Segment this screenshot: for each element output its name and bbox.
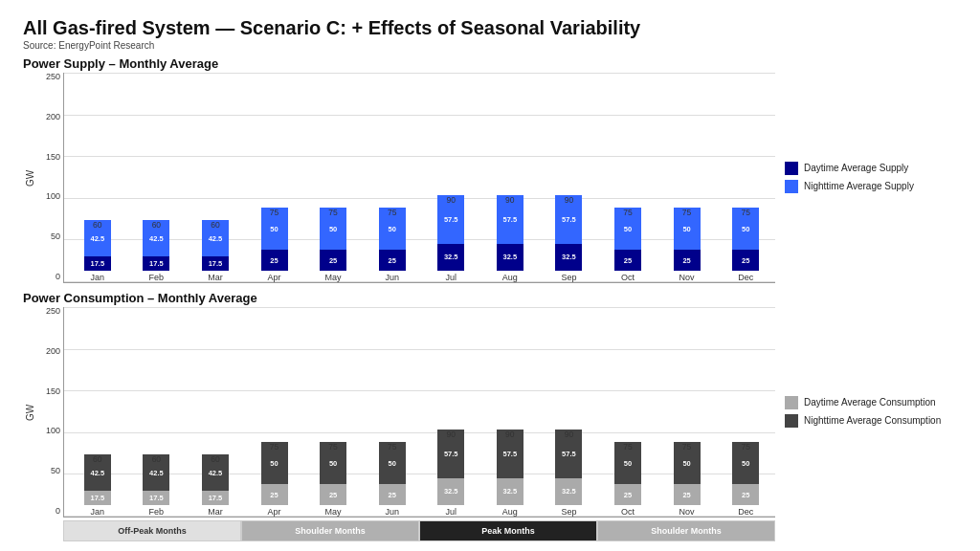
bar-top-jan: 17.5 [84,256,111,271]
chart-divider [23,283,957,291]
bar-top-jun: 25 [379,484,406,505]
supply-y-ticks: 0 50 100 150 200 250 [36,73,63,283]
bar-group-mar: 6017.542.5Mar [186,73,245,282]
supply-y-label: GW [23,73,36,283]
bar-total-label-jan: 60 [93,220,101,230]
consumption-bars-row: 0 50 100 150 200 250 [36,307,775,518]
y-tick-200: 200 [36,113,63,121]
bar-total-label-feb: 60 [152,220,161,230]
supply-night-legend-text: Nighttime Average Supply [804,181,914,191]
bar-total-label-may: 75 [328,208,337,217]
bar-group-jan: 6017.542.5Jan [68,307,127,517]
stacked-bar-nov: 2550 [674,208,701,271]
consumption-bars-container: 6017.542.5Jan6017.542.5Feb6017.542.5Mar7… [63,307,775,518]
bar-xlabel-sep: Sep [561,507,576,517]
bar-top-may: 25 [320,484,346,505]
bar-xlabel-oct: Oct [621,507,635,517]
bar-total-label-dec: 75 [741,442,749,452]
bar-top-oct: 25 [614,250,641,271]
bar-top-sep: 32.5 [555,478,582,505]
bar-total-label-oct: 75 [623,208,632,217]
source-label: Source: EnergyPoint Research [23,40,957,51]
supply-chart-left: Power Supply – Monthly Average GW 0 50 1… [23,56,775,283]
bar-group-dec: 752550Dec [716,307,775,517]
bar-total-label-mar: 60 [211,220,219,230]
bar-xlabel-feb: Feb [149,507,165,517]
bar-xlabel-apr: Apr [268,507,281,517]
bar-group-may: 752550May [303,73,363,282]
bar-xlabel-nov: Nov [679,273,695,282]
bar-total-label-jan: 60 [93,454,101,464]
stacked-bar-dec: 2550 [732,442,759,505]
bar-total-label-jul: 90 [447,195,456,205]
bar-total-label-apr: 75 [270,442,278,452]
bar-total-label-jul: 90 [447,430,456,439]
bar-xlabel-jul: Jul [446,273,457,282]
season-shoulder2: Shoulder Months [597,520,775,541]
bar-group-jul: 9032.557.5Jul [421,73,480,282]
bar-top-jul: 32.5 [437,244,464,271]
y-tick-250: 250 [36,73,63,81]
bar-group-nov: 752550Nov [657,73,717,282]
supply-bars-row: 0 50 100 150 200 250 [36,73,775,283]
bar-top-jun: 25 [379,250,406,271]
bar-xlabel-jan: Jan [91,507,105,517]
bar-total-label-dec: 75 [741,208,749,217]
consumption-legend: Daytime Average Consumption Nighttime Av… [775,291,957,518]
bar-top-jul: 32.5 [437,478,464,505]
bar-total-label-feb: 60 [152,454,161,464]
bar-total-label-oct: 75 [623,442,632,452]
bar-group-sep: 9032.557.5Sep [540,73,599,282]
page: All Gas-fired System — Scenario C: + Eff… [0,0,980,551]
y-tick-150: 150 [36,153,63,162]
bar-top-dec: 25 [732,250,759,271]
bar-xlabel-dec: Dec [738,507,753,517]
cons-legend-day: Daytime Average Consumption [785,396,957,409]
bar-group-feb: 6017.542.5Feb [127,73,187,282]
bar-total-label-may: 75 [328,442,337,452]
stacked-bar-dec: 2550 [732,208,759,271]
page-title: All Gas-fired System — Scenario C: + Eff… [23,17,957,39]
bar-group-jan: 6017.542.5Jan [68,73,127,282]
supply-chart-inner: 0 50 100 150 200 250 [36,73,775,283]
bar-xlabel-nov: Nov [679,507,695,517]
consumption-chart-inner: 0 50 100 150 200 250 [36,307,775,518]
bar-group-apr: 752550Apr [245,73,304,282]
bar-top-sep: 32.5 [555,244,582,271]
stacked-bar-may: 2550 [320,442,346,505]
bar-xlabel-oct: Oct [621,273,635,282]
supply-legend-night: Nighttime Average Supply [785,180,957,193]
cons-legend-night: Nighttime Average Consumption [785,414,957,428]
season-off-peak: Off-Peak Months [63,520,241,541]
y-tick-0: 0 [36,273,63,281]
consumption-y-ticks: 0 50 100 150 200 250 [36,307,63,518]
bar-top-aug: 32.5 [497,244,523,271]
bar-xlabel-aug: Aug [502,507,518,517]
bar-xlabel-sep: Sep [561,273,576,282]
bar-top-nov: 25 [674,484,701,505]
bar-group-sep: 9032.557.5Sep [540,307,599,517]
bar-top-apr: 25 [261,484,288,505]
supply-day-legend-box [785,162,798,175]
stacked-bar-jul: 32.557.5 [437,195,464,271]
bar-total-label-sep: 90 [565,195,573,205]
bar-top-oct: 25 [614,484,641,505]
supply-bars-container: 6017.542.5Jan6017.542.5Feb6017.542.5Mar7… [63,73,775,283]
stacked-bar-sep: 32.557.5 [555,195,582,271]
season-peak: Peak Months [419,520,597,541]
bar-xlabel-may: May [325,273,342,282]
bar-top-aug: 32.5 [497,478,523,505]
bar-group-oct: 752550Oct [598,73,657,282]
bar-group-may: 752550May [303,307,363,517]
bar-xlabel-jan: Jan [91,273,105,282]
bar-group-mar: 6017.542.5Mar [186,307,245,517]
bar-xlabel-mar: Mar [208,507,223,517]
stacked-bar-jul: 32.557.5 [437,430,464,505]
season-shoulder1: Shoulder Months [241,520,419,541]
bar-group-jun: 752550Jun [363,307,422,517]
bar-xlabel-mar: Mar [208,273,223,282]
season-bar: Off-Peak Months Shoulder Months Peak Mon… [63,520,775,541]
bar-top-jan: 17.5 [84,491,111,505]
stacked-bar-jun: 2550 [379,208,406,271]
bar-group-aug: 9032.557.5Aug [480,73,540,282]
